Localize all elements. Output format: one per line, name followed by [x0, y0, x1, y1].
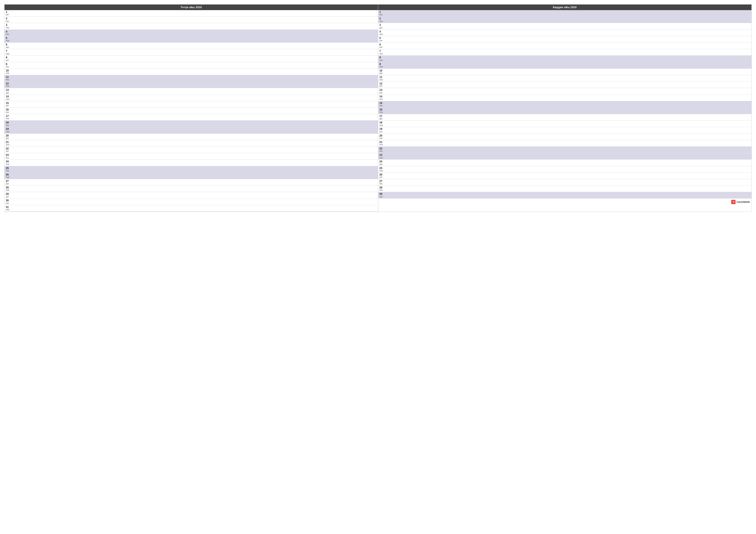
right-day-row: 18 ШШ: [378, 120, 752, 127]
day-number: 9: [6, 63, 13, 66]
calendar-logo: 7 CALENDAR: [731, 200, 750, 204]
day-cell: 23 БШ: [6, 154, 13, 159]
day-name: ШР: [380, 131, 387, 133]
day-cell: 21 ЖМ: [380, 140, 387, 146]
day-number: 2: [6, 17, 13, 20]
day-number: 15: [6, 102, 13, 105]
day-number: 25: [380, 167, 387, 170]
day-cell: 3 ЖМ: [6, 23, 13, 29]
right-day-row: 11 ШШ: [378, 75, 752, 82]
day-cell: 12 ЖШ: [6, 82, 13, 88]
day-number: 20: [380, 134, 387, 137]
day-cell: 17 ДШ: [380, 114, 387, 120]
day-cell: 15 ШР: [6, 102, 13, 107]
day-name: ИШ: [380, 196, 387, 198]
left-day-row: 9 БШ: [5, 62, 378, 69]
day-name: ЖШ: [380, 66, 387, 68]
day-name: ИШ: [6, 124, 13, 127]
day-name: ЖМ: [6, 27, 13, 29]
day-name: ЖМ: [380, 144, 387, 146]
day-cell: 20 ДШ: [6, 134, 13, 140]
day-number: 14: [380, 95, 387, 98]
logo-text: CALENDAR: [736, 201, 750, 203]
day-name: БШ: [6, 157, 13, 159]
day-name: ШШ: [6, 98, 13, 101]
day-cell: 26 ЖШ: [6, 173, 13, 179]
day-cell: 29 ШР: [6, 192, 13, 198]
left-day-row: 24 ЖМ: [5, 160, 378, 166]
day-number: 11: [380, 76, 387, 79]
day-cell: 4 ШШ: [380, 30, 387, 36]
left-day-row: 25 ИШ: [5, 166, 378, 173]
day-cell: 11 ШШ: [380, 76, 387, 81]
day-number: 27: [6, 180, 13, 183]
day-name: ЖШ: [6, 85, 13, 88]
day-number: 1: [380, 11, 387, 13]
right-calendar-days: 1 ИШ 2 ЖШ 3 ДШ 4 ШШ 5 ШР 6 БШ 7 ЖМ: [378, 10, 752, 198]
day-name: ДШ: [380, 72, 387, 74]
day-number: 18: [6, 121, 13, 124]
left-day-row: 12 ЖШ: [5, 82, 378, 88]
day-number: 28: [6, 186, 13, 189]
day-number: 24: [380, 160, 387, 163]
day-cell: 1 ИШ: [380, 11, 387, 16]
day-name: ЖШ: [6, 176, 13, 179]
day-number: 31: [6, 206, 13, 209]
day-number: 17: [6, 114, 13, 117]
day-name: ДШ: [6, 137, 13, 140]
day-cell: 22 ШР: [6, 147, 13, 152]
day-name: ДШ: [380, 163, 387, 165]
day-cell: 26 ШР: [380, 173, 387, 179]
day-cell: 27 ДШ: [6, 180, 13, 185]
day-number: 23: [380, 154, 387, 157]
left-day-row: 20 ДШ: [5, 134, 378, 140]
left-calendar-header: Үчтүн айы 2020: [5, 5, 378, 10]
left-day-row: 21 ШШ: [5, 140, 378, 147]
day-name: ИШ: [6, 79, 13, 81]
day-name: ШР: [6, 59, 13, 62]
left-day-row: 1 ШР: [5, 10, 378, 16]
left-day-row: 29 ШР: [5, 192, 378, 198]
right-day-row: 21 ЖМ: [378, 140, 752, 147]
right-day-row: 3 ДШ: [378, 23, 752, 30]
left-day-row: 28 ШШ: [5, 186, 378, 192]
right-calendar-title: Бирдин айы 2020: [553, 6, 577, 9]
left-day-row: 15 ШР: [5, 101, 378, 108]
left-day-row: 3 ЖМ: [5, 23, 378, 30]
day-name: ЖШ: [6, 131, 13, 133]
right-day-row: 8 ИШ: [378, 56, 752, 62]
day-name: ИШ: [6, 170, 13, 172]
right-calendar-header: Бирдин айы 2020: [378, 5, 752, 10]
day-cell: 8 ИШ: [380, 56, 387, 62]
day-cell: 18 ИШ: [6, 121, 13, 126]
day-number: 1: [6, 11, 13, 13]
right-day-row: 10 ДШ: [378, 69, 752, 75]
day-number: 25: [6, 167, 13, 170]
right-day-row: 2 ЖШ: [378, 16, 752, 23]
day-cell: 3 ДШ: [380, 23, 387, 29]
day-number: 4: [6, 30, 13, 33]
day-number: 2: [380, 17, 387, 20]
day-cell: 9 БШ: [6, 63, 13, 68]
day-name: ЖМ: [6, 117, 13, 120]
day-cell: 13 ДШ: [6, 89, 13, 94]
right-day-row: 19 ШР: [378, 127, 752, 134]
day-name: ЖШ: [380, 157, 387, 159]
day-number: 28: [380, 186, 387, 189]
day-number: 22: [380, 147, 387, 150]
day-name: ШР: [6, 196, 13, 198]
day-number: 17: [380, 114, 387, 117]
left-day-row: 31 ЖМ: [5, 205, 378, 212]
day-name: ШШ: [380, 170, 387, 172]
day-name: ДШ: [6, 183, 13, 185]
day-name: БШ: [380, 183, 387, 185]
day-cell: 10 ДШ: [380, 69, 387, 74]
day-cell: 24 ДШ: [380, 160, 387, 165]
day-cell: 21 ШШ: [6, 140, 13, 146]
day-name: ШШ: [380, 33, 387, 36]
day-cell: 28 ЖМ: [380, 186, 387, 191]
day-name: ШШ: [6, 53, 13, 55]
day-number: 4: [380, 30, 387, 33]
day-name: БШ: [380, 92, 387, 94]
day-number: 8: [380, 56, 387, 59]
